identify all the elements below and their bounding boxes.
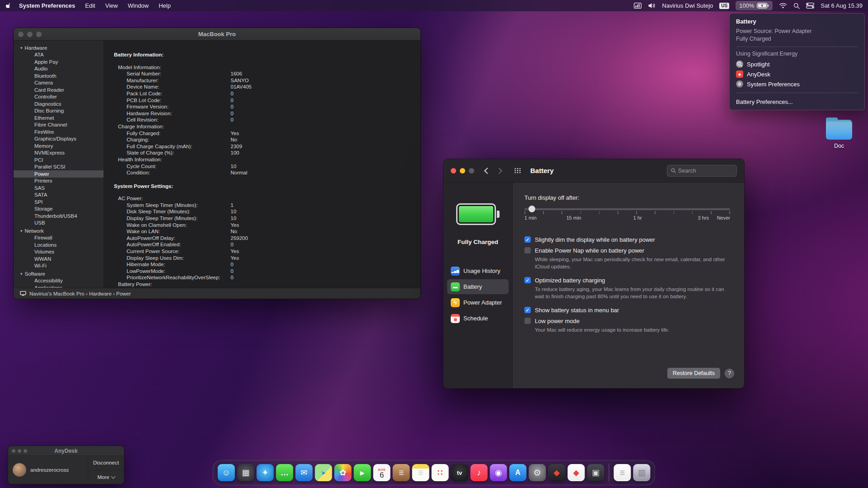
checkbox-row[interactable]: Enable Power Nap while on battery power <box>524 247 732 254</box>
dock-icon[interactable]: ▥ <box>633 464 651 481</box>
sysinfo-sidebar-item[interactable]: ▾ Storage <box>14 206 104 213</box>
dock-app-store[interactable]: A <box>509 464 527 481</box>
dock-calendar[interactable]: AUG 6 <box>373 464 391 481</box>
sysinfo-sidebar-item[interactable]: ▾ Thunderbolt/USB4 <box>14 212 104 220</box>
close-button[interactable] <box>451 168 456 174</box>
sysinfo-sidebar-item[interactable]: ▾ WWAN <box>14 255 104 263</box>
dock-podcasts[interactable]: ◉ <box>490 464 507 481</box>
slider-track[interactable] <box>524 208 730 210</box>
dock-maps[interactable]: ➤ <box>315 464 332 481</box>
toolbar[interactable]: Battery <box>443 159 744 183</box>
title-bar[interactable]: AnyDesk <box>8 446 124 456</box>
checkbox-row[interactable]: Low power mode <box>524 318 732 324</box>
battery-nav-item[interactable]: Schedule <box>447 311 509 326</box>
dock-apple-tv[interactable]: tv <box>451 464 468 481</box>
battery-preferences-item[interactable]: Battery Preferences... <box>730 97 864 105</box>
sysinfo-sidebar-item[interactable]: ▾ USB <box>14 220 104 227</box>
menu-item[interactable]: Help <box>159 2 171 9</box>
dock-icon[interactable]: AUG 6 <box>373 464 391 481</box>
sysinfo-sidebar-item[interactable]: ▾ Graphics/Displays <box>14 136 104 143</box>
dock-icon[interactable]: ☰ <box>393 464 410 481</box>
folder-icon[interactable] <box>826 120 852 140</box>
sysinfo-sidebar-item[interactable]: ▾ FireWire <box>14 128 104 136</box>
dock-contacts[interactable]: ☰ <box>393 464 410 481</box>
sysinfo-sidebar-item[interactable]: ▾ Network <box>14 227 104 235</box>
menu-item[interactable]: View <box>105 2 118 9</box>
battery-nav-item[interactable]: Battery <box>447 279 509 294</box>
dock-icon[interactable]: ☰ <box>412 464 429 481</box>
dock-reminders[interactable]: ∷ <box>432 464 449 481</box>
dock-divider[interactable] <box>607 464 612 482</box>
checkbox[interactable] <box>524 236 531 243</box>
wifi-icon[interactable] <box>779 3 787 9</box>
input-source-badge[interactable]: US <box>719 3 729 9</box>
sysinfo-sidebar-item[interactable]: ▾ Firewall <box>14 235 104 242</box>
disclosure-triangle-icon[interactable]: ▾ <box>20 46 23 50</box>
stats-icon[interactable] <box>634 3 642 9</box>
dock-icon[interactable]: ✉ <box>296 464 313 481</box>
checkbox[interactable] <box>524 307 531 313</box>
dock-icon[interactable]: ☰ <box>614 464 631 481</box>
sysinfo-sidebar-item[interactable]: ▾ Card Reader <box>14 86 104 94</box>
sysinfo-sidebar-item[interactable]: ▾ SPI <box>14 198 104 206</box>
menu-bar-clock[interactable]: Sat 6 Aug 15.39 <box>821 2 863 9</box>
zoom-button[interactable] <box>469 168 474 174</box>
dock-messages[interactable]: … <box>276 464 293 481</box>
checkbox[interactable] <box>524 318 531 324</box>
menu-item[interactable]: Edit <box>85 2 95 9</box>
sysinfo-sidebar-item[interactable]: ▾ SATA <box>14 192 104 199</box>
dock-icon[interactable]: tv <box>451 464 468 481</box>
sysinfo-sidebar-item[interactable]: ▾ Software <box>14 270 104 277</box>
minimize-button[interactable] <box>460 168 465 174</box>
energy-app-item[interactable]: Spotlight <box>730 59 864 69</box>
checkbox[interactable] <box>524 277 531 283</box>
dock-icon[interactable]: ◉ <box>490 464 507 481</box>
dock-icon[interactable]: ➤ <box>315 464 332 481</box>
dock-app-red-diamond[interactable]: ◆ <box>548 464 566 481</box>
sysinfo-sidebar-item[interactable]: ▾ Memory <box>14 142 104 150</box>
show-all-grid-icon[interactable] <box>514 168 521 174</box>
checkbox-row[interactable]: Show battery status in menu bar <box>524 307 732 314</box>
battery-menu-extra[interactable]: 100% <box>736 1 773 10</box>
dock-icon[interactable]: ◆ <box>548 464 566 481</box>
dock-app-dark[interactable]: ▣ <box>587 464 604 481</box>
back-button[interactable] <box>484 167 491 174</box>
user-name[interactable]: Navirius Dwi Sutejo <box>662 2 713 9</box>
sysinfo-sidebar-item[interactable]: ▾ Wi-Fi <box>14 263 104 270</box>
sysinfo-sidebar-item[interactable]: ▾ Apple Pay <box>14 58 104 66</box>
sysinfo-sidebar-item[interactable]: ▾ Volumes <box>14 249 104 256</box>
sysinfo-sidebar-item[interactable]: ▾ Fibre Channel <box>14 122 104 129</box>
menu-item[interactable]: System Preferences <box>19 2 75 9</box>
sysinfo-sidebar-item[interactable]: ▾ Printers <box>14 178 104 185</box>
dock-music[interactable]: ♪ <box>471 464 488 481</box>
title-bar[interactable]: MacBook Pro <box>14 28 420 41</box>
battery-nav-item[interactable]: Power Adapter <box>447 295 509 310</box>
dock-mail[interactable]: ✉ <box>296 464 313 481</box>
dock-icon[interactable]: ▣ <box>587 464 604 481</box>
disconnect-button[interactable]: Disconnect <box>88 456 124 470</box>
search-input[interactable] <box>678 168 728 174</box>
apple-menu[interactable] <box>5 2 12 9</box>
sysinfo-sidebar-item[interactable]: ▾ Accessibility <box>14 277 104 285</box>
dock-notes[interactable]: ☰ <box>412 464 429 481</box>
volume-icon[interactable] <box>648 3 656 9</box>
checkbox[interactable] <box>524 247 531 253</box>
dock-icon[interactable]: ⚙ <box>529 464 546 481</box>
restore-defaults-button[interactable]: Restore Defaults <box>667 368 720 379</box>
dock-icon[interactable]: ☺ <box>218 464 235 481</box>
disclosure-triangle-icon[interactable]: ▾ <box>20 272 23 276</box>
sysinfo-sidebar-item[interactable]: ▾ Bluetooth <box>14 72 104 80</box>
energy-app-item[interactable]: System Preferences <box>730 79 864 89</box>
help-button[interactable]: ? <box>725 369 734 378</box>
sysinfo-sidebar-item[interactable]: ▾ Parallel SCSI <box>14 164 104 171</box>
dock-facetime[interactable]: ▶ <box>354 464 371 481</box>
sysinfo-sidebar-item[interactable]: ▾ Hardware <box>14 44 104 52</box>
energy-app-item[interactable]: AnyDesk <box>730 69 864 79</box>
sysinfo-sidebar-item[interactable]: ▾ ATA <box>14 52 104 59</box>
dock-safari[interactable]: ✦ <box>257 464 274 481</box>
dock-system-preferences[interactable]: ⚙ <box>529 464 546 481</box>
forward-button[interactable] <box>496 167 502 174</box>
dock-icon[interactable]: A <box>509 464 527 481</box>
dock-icon[interactable]: ∷ <box>432 464 449 481</box>
sysinfo-sidebar-item[interactable]: ▾ PCI <box>14 156 104 164</box>
